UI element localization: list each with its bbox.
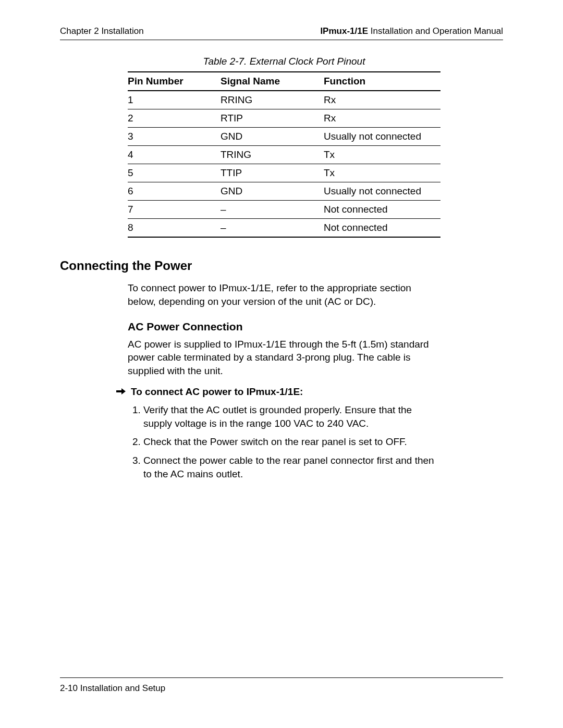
- table-row: 7 – Not connected: [128, 201, 440, 219]
- subsection-ac-power: AC Power Connection: [128, 319, 440, 334]
- arrow-right-icon: [116, 385, 126, 399]
- col-signal-name: Signal Name: [221, 72, 324, 91]
- procedure-heading-text: To connect AC power to IPmux-1/1E:: [131, 385, 303, 399]
- header-right-bold: IPmux-1/1E: [320, 26, 368, 36]
- section-body: To connect power to IPmux-1/1E, refer to…: [128, 281, 440, 480]
- cell-sig: GND: [221, 128, 324, 146]
- cell-pin: 6: [128, 182, 221, 201]
- cell-func: Usually not connected: [324, 182, 440, 201]
- running-header: Chapter 2 Installation IPmux-1/1E Instal…: [60, 26, 503, 40]
- cell-func: Usually not connected: [324, 128, 440, 146]
- cell-pin: 2: [128, 109, 221, 128]
- cell-func: Tx: [324, 164, 440, 182]
- table-caption: Table 2-7. External Clock Port Pinout: [128, 56, 440, 67]
- cell-func: Rx: [324, 91, 440, 109]
- cell-pin: 3: [128, 128, 221, 146]
- cell-func: Rx: [324, 109, 440, 128]
- step-item: Connect the power cable to the rear pane…: [143, 454, 440, 480]
- cell-pin: 4: [128, 146, 221, 164]
- cell-func: Not connected: [324, 219, 440, 238]
- table-row: 4 TRING Tx: [128, 146, 440, 164]
- col-function: Function: [324, 72, 440, 91]
- table-row: 2 RTIP Rx: [128, 109, 440, 128]
- cell-sig: RTIP: [221, 109, 324, 128]
- header-right-rest: Installation and Operation Manual: [368, 26, 503, 36]
- table-header-row: Pin Number Signal Name Function: [128, 72, 440, 91]
- cell-sig: –: [221, 219, 324, 238]
- procedure-steps: Verify that the AC outlet is grounded pr…: [128, 403, 440, 480]
- procedure-heading: To connect AC power to IPmux-1/1E:: [116, 385, 440, 399]
- table-row: 5 TTIP Tx: [128, 164, 440, 182]
- page-footer: 2-10 Installation and Setup: [60, 677, 503, 694]
- intro-paragraph: To connect power to IPmux-1/1E, refer to…: [128, 281, 440, 308]
- pinout-table: Pin Number Signal Name Function 1 RRING …: [128, 71, 440, 238]
- table-row: 3 GND Usually not connected: [128, 128, 440, 146]
- section-heading-connecting-power: Connecting the Power: [60, 258, 503, 273]
- table-row: 1 RRING Rx: [128, 91, 440, 109]
- cell-sig: TRING: [221, 146, 324, 164]
- cell-pin: 7: [128, 201, 221, 219]
- ac-paragraph: AC power is supplied to IPmux-1/1E throu…: [128, 338, 440, 378]
- cell-func: Not connected: [324, 201, 440, 219]
- table-row: 8 – Not connected: [128, 219, 440, 238]
- step-item: Verify that the AC outlet is grounded pr…: [143, 403, 440, 430]
- col-pin-number: Pin Number: [128, 72, 221, 91]
- header-left: Chapter 2 Installation: [60, 26, 144, 36]
- cell-sig: –: [221, 201, 324, 219]
- cell-pin: 8: [128, 219, 221, 238]
- cell-sig: GND: [221, 182, 324, 201]
- table-row: 6 GND Usually not connected: [128, 182, 440, 201]
- step-item: Check that the Power switch on the rear …: [143, 435, 440, 449]
- cell-sig: RRING: [221, 91, 324, 109]
- cell-func: Tx: [324, 146, 440, 164]
- cell-pin: 1: [128, 91, 221, 109]
- pinout-table-block: Table 2-7. External Clock Port Pinout Pi…: [128, 56, 440, 238]
- cell-pin: 5: [128, 164, 221, 182]
- cell-sig: TTIP: [221, 164, 324, 182]
- page: Chapter 2 Installation IPmux-1/1E Instal…: [60, 26, 503, 486]
- header-right: IPmux-1/1E Installation and Operation Ma…: [320, 26, 503, 36]
